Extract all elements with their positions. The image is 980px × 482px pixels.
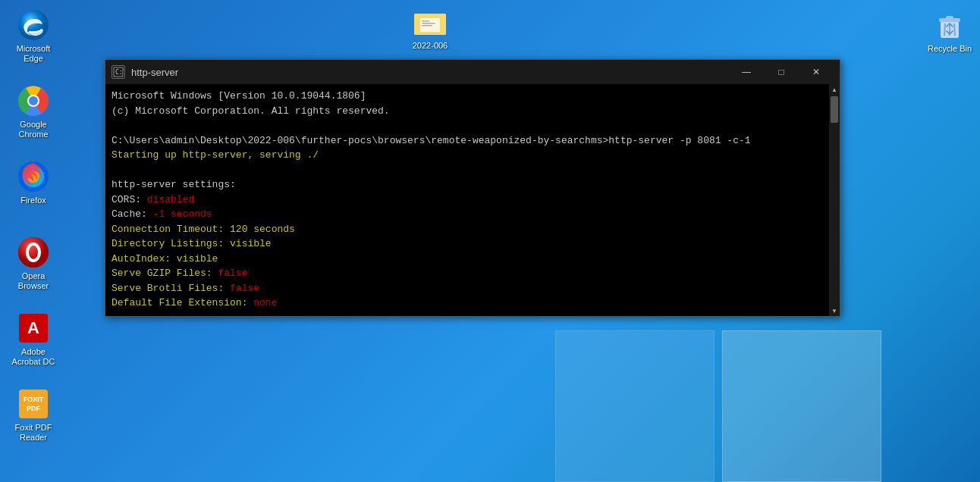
scroll-up-arrow[interactable]: ▲	[829, 84, 840, 95]
cmd-line-2: (c) Microsoft Corporation. All rights re…	[112, 104, 826, 119]
minimize-button[interactable]: —	[729, 60, 764, 84]
scroll-down-arrow[interactable]: ▼	[829, 305, 840, 316]
cmd-content-area: Microsoft Windows [Version 10.0.19044.18…	[105, 84, 840, 316]
cmd-line-6	[112, 163, 826, 178]
svg-point-8	[18, 237, 49, 268]
firefox-label: Firefox	[20, 196, 46, 205]
cmd-line-brotli: Serve Brotli Files: false	[112, 281, 826, 296]
bg-window-2	[555, 330, 715, 482]
edge-label: Microsoft Edge	[6, 44, 61, 64]
svg-text:FOXIT: FOXIT	[24, 396, 44, 403]
cmd-content: Microsoft Windows [Version 10.0.19044.18…	[105, 84, 840, 316]
scroll-thumb[interactable]	[831, 96, 838, 123]
bg-window-1	[722, 330, 881, 482]
opera-label: Opera Browser	[6, 271, 61, 291]
desktop-icon-foxit[interactable]: FOXIT PDF Foxit PDF Reader	[3, 385, 64, 446]
desktop-icon-edge[interactable]: Microsoft Edge	[3, 6, 64, 67]
cmd-line-gzip: Serve GZIP Files: false	[112, 266, 826, 281]
cmd-line-blank	[112, 311, 826, 317]
cmd-line-7: http-server settings:	[112, 177, 826, 192]
svg-point-3	[29, 96, 38, 105]
svg-rect-21	[422, 23, 435, 24]
cmd-line-autoindex: AutoIndex: visible	[112, 252, 826, 267]
cmd-line-3	[112, 118, 826, 133]
folder-label: 2022-006	[413, 41, 448, 51]
cmd-line-1: Microsoft Windows [Version 10.0.19044.18…	[112, 89, 826, 104]
desktop-icon-firefox[interactable]: Firefox	[3, 158, 64, 208]
cmd-window: C:\ http-server — □ ✕ Microsoft Windows …	[105, 59, 840, 317]
svg-rect-12	[19, 390, 48, 418]
foxit-label: Foxit PDF Reader	[6, 423, 61, 443]
svg-rect-22	[422, 25, 432, 27]
cmd-title: http-server	[131, 67, 729, 78]
desktop-icon-folder[interactable]: 2022-006	[400, 3, 460, 54]
desktop: Microsoft Edge Google Chrome	[0, 0, 980, 482]
desktop-icon-chrome[interactable]: Google Chrome	[3, 82, 64, 142]
recycle-label: Recycle Bin	[928, 44, 972, 54]
cmd-line-5: Starting up http-server, serving ./	[112, 148, 826, 163]
acrobat-label: Adobe Acrobat DC	[6, 347, 61, 367]
close-button[interactable]: ✕	[799, 60, 834, 84]
cmd-titlebar-icon: C:\	[112, 65, 125, 79]
chrome-label: Google Chrome	[6, 120, 61, 139]
svg-line-26	[944, 23, 945, 36]
cmd-line-cache: Cache: -1 seconds	[112, 207, 826, 222]
cmd-scrollbar[interactable]: ▲ ▼	[829, 84, 840, 316]
desktop-icon-recycle[interactable]: Recycle Bin	[919, 6, 980, 57]
svg-text:PDF: PDF	[27, 405, 41, 412]
cmd-line-ext: Default File Extension: none	[112, 296, 826, 311]
svg-line-28	[954, 23, 955, 36]
svg-rect-20	[422, 20, 429, 22]
cmd-line-cors: CORS: disabled	[112, 192, 826, 208]
cmd-line-dir: Directory Listings: visible	[112, 236, 826, 252]
cmd-line-4: C:\Users\admin\Desktop\2022-006\further-…	[112, 133, 826, 149]
svg-point-0	[18, 10, 49, 40]
svg-text:C:\: C:\	[115, 69, 124, 76]
cmd-line-timeout: Connection Timeout: 120 seconds	[112, 222, 826, 237]
cmd-window-buttons: — □ ✕	[729, 60, 834, 84]
cmd-titlebar[interactable]: C:\ http-server — □ ✕	[105, 60, 840, 84]
desktop-icon-opera[interactable]: Opera Browser	[3, 233, 64, 294]
desktop-icon-acrobat[interactable]: A Adobe Acrobat DC	[3, 309, 64, 370]
svg-text:A: A	[27, 318, 39, 337]
maximize-button[interactable]: □	[764, 60, 799, 84]
svg-rect-25	[946, 16, 953, 19]
